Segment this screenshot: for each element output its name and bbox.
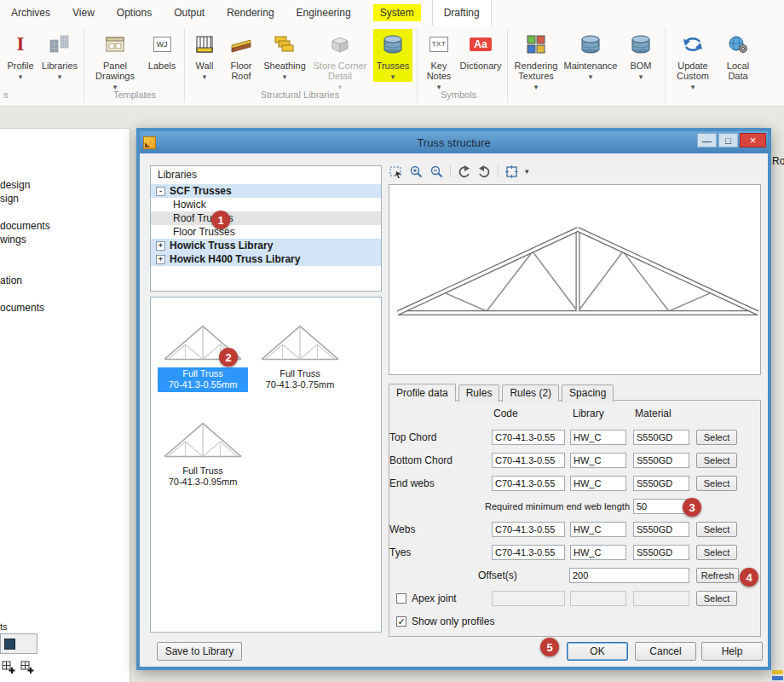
- rotate-left-icon[interactable]: [457, 165, 471, 179]
- ribbon-button-sheathing[interactable]: Sheathing: [262, 29, 307, 82]
- menubar: Archives View Options Output Rendering E…: [0, 0, 784, 26]
- menu-tab-options[interactable]: Options: [106, 0, 163, 26]
- bottom-chord-material-input[interactable]: [633, 453, 689, 468]
- ribbon-button-profile[interactable]: I Profile: [3, 29, 37, 82]
- ribbon-button-update-custom[interactable]: Update Custom: [670, 29, 716, 92]
- tyes-select-button[interactable]: Select: [696, 545, 737, 560]
- bottom-chord-code-input[interactable]: [492, 453, 565, 468]
- sidebar-item-drawings[interactable]: wings: [0, 234, 26, 246]
- top-chord-code-input[interactable]: [492, 430, 565, 445]
- thumbnail-full-truss-055[interactable]: Full Truss70-41.3-0.55mm: [158, 306, 248, 392]
- sidebar-item-design[interactable]: design: [0, 179, 30, 191]
- ribbon-button-label: Key Notes: [424, 61, 454, 81]
- menu-tab-label: View: [72, 7, 95, 19]
- tree-item-howick-h400-truss-library[interactable]: + Howick H400 Truss Library: [151, 252, 381, 266]
- rotate-right-icon[interactable]: [477, 165, 492, 179]
- apex-joint-checkbox[interactable]: [396, 593, 406, 604]
- truss-preview-canvas[interactable]: [389, 184, 761, 375]
- show-only-profiles-checkbox[interactable]: [396, 616, 406, 627]
- apex-select-button[interactable]: Select: [696, 591, 737, 606]
- tree-item-howick[interactable]: Howick: [151, 198, 381, 211]
- cancel-button[interactable]: Cancel: [635, 642, 696, 661]
- webs-select-button[interactable]: Select: [696, 522, 737, 537]
- sidebar-item-sign[interactable]: sign: [0, 193, 19, 205]
- tree-item-floor-trusses[interactable]: Floor Trusses: [151, 225, 381, 239]
- tree-item-scf-trusses[interactable]: - SCF Trusses: [151, 184, 381, 198]
- zoom-out-icon[interactable]: [429, 165, 444, 179]
- ribbon-button-labels[interactable]: WJ Labels: [144, 29, 180, 71]
- menu-tab-archives[interactable]: Archives: [0, 0, 61, 26]
- ribbon-group-labels: s Templates Structural Libraries Symbols: [0, 90, 784, 105]
- tab-spacing[interactable]: Spacing: [562, 384, 614, 402]
- dropdown-caret-icon: [589, 71, 593, 82]
- tab-rules[interactable]: Rules: [458, 384, 500, 402]
- add-grid-icon[interactable]: [20, 661, 34, 674]
- zoom-extents-caret-icon[interactable]: ▾: [525, 167, 529, 176]
- tab-rules-2[interactable]: Rules (2): [502, 384, 559, 402]
- ribbon-button-rendering-textures[interactable]: Rendering Textures: [512, 29, 560, 92]
- menu-tab-drafting[interactable]: Drafting: [432, 0, 492, 26]
- ribbon-button-key-notes[interactable]: TXT Key Notes: [422, 29, 456, 92]
- ribbon-button-libraries[interactable]: Libraries: [40, 29, 79, 82]
- bottom-chord-library-input[interactable]: [570, 453, 626, 468]
- dropdown-caret-icon: [639, 71, 643, 82]
- webs-library-input[interactable]: [570, 522, 626, 537]
- end-webs-material-input[interactable]: [633, 476, 689, 491]
- menu-tab-system[interactable]: System: [362, 0, 432, 26]
- mini-panel-label: ts: [0, 621, 8, 632]
- sidebar-item-documents[interactable]: documents: [0, 220, 50, 232]
- add-grid-icon[interactable]: [2, 661, 15, 674]
- offsets-input[interactable]: [569, 568, 689, 583]
- menu-tab-rendering[interactable]: Rendering: [216, 0, 285, 26]
- menu-tab-output[interactable]: Output: [163, 0, 216, 26]
- tree-item-roof-trusses[interactable]: Roof Trusses: [151, 211, 381, 225]
- dialog-titlebar[interactable]: Truss structure — □ ×: [140, 131, 768, 153]
- end-webs-library-input[interactable]: [570, 476, 626, 491]
- bottom-chord-select-button[interactable]: Select: [696, 453, 737, 468]
- expand-icon[interactable]: +: [156, 241, 165, 251]
- ribbon-button-floor-roof[interactable]: Floor Roof: [222, 29, 260, 81]
- help-button[interactable]: Help: [701, 642, 763, 661]
- tyes-code-input[interactable]: [492, 545, 565, 560]
- ribbon-button-bom[interactable]: BOM: [621, 29, 660, 82]
- ribbon-button-maintenance[interactable]: Maintenance: [562, 29, 619, 82]
- minimize-button[interactable]: —: [697, 133, 717, 147]
- save-to-library-button[interactable]: Save to Library: [157, 642, 242, 661]
- menu-tab-engineering[interactable]: Engineering: [285, 0, 362, 26]
- menu-tab-label: Drafting: [444, 7, 480, 19]
- tyes-material-input[interactable]: [633, 545, 689, 560]
- top-chord-select-button[interactable]: Select: [696, 430, 737, 445]
- row-label-webs: Webs: [389, 522, 415, 537]
- ribbon-button-store-corner-detail[interactable]: Store Corner Detail: [309, 29, 371, 92]
- webs-material-input[interactable]: [633, 522, 689, 537]
- top-chord-material-input[interactable]: [633, 430, 689, 445]
- ok-button[interactable]: OK: [567, 642, 628, 661]
- zoom-in-icon[interactable]: [409, 165, 424, 179]
- mini-panel-tab[interactable]: [0, 633, 37, 654]
- ribbon-button-wall[interactable]: Wall: [189, 29, 220, 82]
- menu-tab-view[interactable]: View: [61, 0, 106, 26]
- top-chord-library-input[interactable]: [570, 430, 626, 445]
- collapse-icon[interactable]: -: [156, 187, 165, 196]
- ribbon-button-panel-drawings[interactable]: Panel Drawings: [89, 29, 141, 92]
- close-button[interactable]: ×: [740, 133, 766, 147]
- zoom-window-icon[interactable]: [389, 165, 403, 179]
- maximize-button[interactable]: □: [718, 133, 738, 147]
- sidebar-item-ation[interactable]: ation: [0, 275, 22, 286]
- ribbon-button-local-data[interactable]: Local Data: [718, 29, 758, 81]
- ribbon-button-dictionary[interactable]: Aa Dictionary: [458, 29, 503, 71]
- webs-code-input[interactable]: [492, 522, 565, 537]
- sidebar-item-ocuments[interactable]: ocuments: [0, 302, 44, 314]
- end-webs-code-input[interactable]: [492, 476, 565, 491]
- thumbnail-full-truss-075[interactable]: Full Truss70-41.3-0.75mm: [255, 306, 345, 392]
- min-end-web-length-input[interactable]: [633, 499, 689, 514]
- thumbnail-full-truss-095[interactable]: Full Truss70-41.3-0.95mm: [158, 403, 248, 489]
- expand-icon[interactable]: +: [156, 255, 165, 264]
- tab-profile-data[interactable]: Profile data: [389, 384, 456, 402]
- ribbon-button-trusses[interactable]: Trusses: [373, 29, 412, 82]
- zoom-extents-icon[interactable]: [504, 165, 519, 179]
- refresh-button[interactable]: Refresh: [696, 568, 739, 583]
- tyes-library-input[interactable]: [570, 545, 626, 560]
- end-webs-select-button[interactable]: Select: [696, 476, 737, 491]
- tree-item-howick-truss-library[interactable]: + Howick Truss Library: [151, 239, 381, 252]
